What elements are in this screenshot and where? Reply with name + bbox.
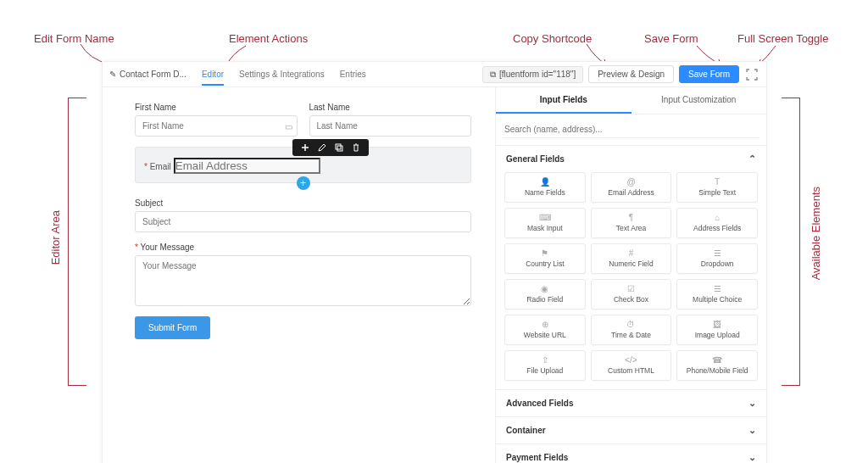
tile-label: Dropdown [701,259,734,268]
field-tile[interactable]: ◉Radio Field [504,279,586,310]
tile-label: Time & Date [611,331,651,339]
tile-label: Name Fields [525,188,565,197]
field-tile[interactable]: ⊕Website URL [504,315,586,345]
section-title: Payment Fields [506,453,568,462]
tile-icon: ◉ [541,285,548,293]
annotation-copy-shortcode: Copy Shortcode [513,32,592,45]
tab-input-customization[interactable]: Input Customization [632,87,767,114]
fullscreen-icon [746,69,758,81]
input-message[interactable] [135,255,471,306]
input-subject[interactable] [135,211,471,232]
section-head-advanced[interactable]: Advanced Fields ⌄ [496,390,766,416]
sidebar-tabs: Input Fields Input Customization [496,87,766,114]
topbar: ✎ Contact Form D... Editor Settings & In… [103,62,766,87]
save-form-button[interactable]: Save Form [679,65,739,83]
tile-label: Text Area [616,224,646,232]
field-first-name[interactable]: First Name ▭ [135,103,298,137]
field-tile[interactable]: 🖼Image Upload [676,315,758,345]
section-head-general[interactable]: General Fields ⌃ [496,146,766,172]
field-tile[interactable]: ⇧File Upload [504,350,586,381]
section-head-container[interactable]: Container ⌄ [496,417,766,443]
input-first-name[interactable] [135,115,298,137]
tile-label: Website URL [524,331,566,339]
annotation-element-actions: Element Actions [229,32,308,45]
trash-icon [352,143,360,152]
svg-rect-1 [337,146,342,151]
annotation-save-form: Save Form [644,32,698,45]
svg-rect-0 [336,144,341,149]
section-title: Container [506,426,546,435]
tile-label: Check Box [614,295,648,304]
action-duplicate[interactable] [335,143,343,152]
bracket-editor-area [68,98,86,386]
field-tile[interactable]: </>Custom HTML [591,350,672,381]
field-tile[interactable]: ⌨Mask Input [504,208,586,238]
field-tile[interactable]: @Email Address [591,172,672,203]
label-editor-area: Editor Area [49,210,62,265]
field-tile[interactable]: ⌂Address Fields [676,208,758,238]
shortcode-text: [fluentform id="118"] [499,70,576,79]
tile-icon: 🖼 [713,321,721,329]
tile-icon: # [629,249,634,258]
label-email: Email [144,162,171,171]
form-name-edit[interactable]: ✎ Contact Form D... [109,70,186,79]
bracket-available-elements [782,98,800,386]
submit-button[interactable]: Submit Form [135,316,210,339]
sidebar-search [496,114,766,145]
label-subject: Subject [135,198,471,208]
plus-icon [301,143,309,152]
label-available-elements: Available Elements [810,187,822,280]
tile-label: Image Upload [695,331,740,339]
tab-input-fields[interactable]: Input Fields [496,87,632,114]
field-tile[interactable]: ☰Dropdown [676,243,758,274]
tile-icon: T [715,178,720,187]
field-tile[interactable]: 👤Name Fields [504,172,586,203]
tile-icon: ¶ [629,214,633,222]
section-head-payment[interactable]: Payment Fields ⌄ [496,444,766,463]
add-field-below[interactable]: + [297,176,310,190]
tab-entries[interactable]: Entries [340,63,366,86]
preview-button[interactable]: Preview & Design [588,65,674,83]
tile-icon: ⌂ [715,214,720,222]
field-email-selected[interactable]: Email + [135,147,471,183]
tile-label: Mask Input [527,224,563,232]
tile-label: Custom HTML [608,366,654,375]
copy-icon [335,143,343,152]
editor-canvas[interactable]: First Name ▭ Last Name Email [103,87,495,463]
field-tile[interactable]: ☎Phone/Mobile Field [676,350,758,381]
tile-label: Simple Text [698,188,736,197]
field-tile[interactable]: ⚑Country List [504,243,586,274]
field-tile[interactable]: ☰Multiple Choice [676,279,758,310]
action-add[interactable] [301,143,309,152]
tile-icon: ⊕ [542,321,548,329]
chevron-up-icon: ⌃ [748,153,756,165]
section-container: Container ⌄ [496,416,766,443]
tile-icon: ☎ [712,356,722,365]
fullscreen-toggle[interactable] [744,67,760,82]
section-general: General Fields ⌃ 👤Name Fields@Email Addr… [496,145,766,389]
action-edit[interactable] [318,143,326,152]
field-tile[interactable]: ☑Check Box [591,279,672,310]
shortcode-copy[interactable]: ⧉ [fluentform id="118"] [482,66,583,83]
element-action-toolbar [292,139,369,156]
section-title: General Fields [506,154,565,164]
action-delete[interactable] [352,143,360,152]
search-input[interactable] [503,121,760,138]
field-tiles-grid: 👤Name Fields@Email AddressTSimple Text⌨M… [496,172,766,389]
tile-icon: 👤 [540,178,550,187]
tab-settings[interactable]: Settings & Integrations [239,63,325,86]
label-last-name: Last Name [309,103,472,112]
field-tile[interactable]: ¶Text Area [591,208,672,238]
field-tile[interactable]: #Numeric Field [591,243,672,274]
field-tile[interactable]: TSimple Text [676,172,758,203]
field-tile[interactable]: ⏱Time & Date [591,315,672,345]
tile-icon: ⌨ [539,214,551,222]
field-last-name[interactable]: Last Name [309,103,472,137]
field-message[interactable]: Your Message [135,243,471,308]
tile-label: Phone/Mobile Field [687,366,748,375]
input-last-name[interactable] [309,115,472,137]
field-subject[interactable]: Subject [135,198,471,232]
input-email[interactable] [174,158,320,174]
tile-label: Multiple Choice [693,295,742,304]
tab-editor[interactable]: Editor [202,63,224,86]
